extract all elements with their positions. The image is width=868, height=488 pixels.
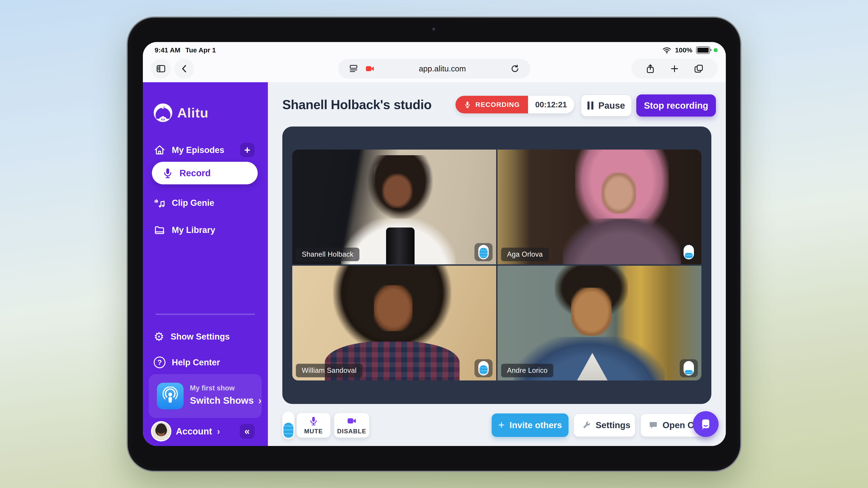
reload-icon[interactable] bbox=[510, 64, 520, 74]
pause-button[interactable]: Pause bbox=[581, 94, 632, 117]
main-content: Shanell Holback's studio RECORDING 00:12… bbox=[268, 82, 726, 446]
recording-camera-icon bbox=[365, 64, 375, 74]
chevron-right-icon: › bbox=[217, 426, 220, 436]
participant-name: Aga Orlova bbox=[501, 248, 549, 261]
microphone-icon bbox=[308, 416, 319, 426]
alitu-logo: Alitu bbox=[154, 103, 209, 122]
status-bar: 9:41 AM Tue Apr 1 100% bbox=[143, 42, 726, 55]
sidebar-item-label: Show Settings bbox=[170, 332, 230, 341]
browser-toolbar: app.alitu.com bbox=[143, 55, 726, 82]
clip-genie-icon bbox=[154, 197, 165, 209]
back-icon bbox=[179, 63, 190, 74]
participant-name: Shanell Holback bbox=[296, 248, 360, 261]
microphone-icon bbox=[464, 101, 471, 108]
share-icon[interactable] bbox=[645, 64, 655, 74]
sidebar-item-clip-genie[interactable]: Clip Genie bbox=[154, 192, 214, 214]
switch-shows-label: Switch Shows bbox=[190, 395, 254, 406]
sidebar-item-label: Clip Genie bbox=[172, 198, 214, 208]
back-button[interactable] bbox=[175, 59, 194, 78]
screen: 9:41 AM Tue Apr 1 100% bbox=[143, 42, 726, 446]
mute-button[interactable]: MUTE bbox=[296, 413, 331, 438]
participant-video: Shanell Holback bbox=[292, 150, 496, 264]
chat-bubble-icon bbox=[649, 420, 658, 430]
help-icon: ? bbox=[154, 357, 165, 368]
sidebar-item-my-library[interactable]: My Library bbox=[154, 219, 215, 241]
url-bar[interactable]: app.alitu.com bbox=[338, 59, 530, 78]
chevron-right-icon: › bbox=[258, 395, 261, 406]
add-episode-button[interactable]: + bbox=[240, 143, 254, 157]
front-camera bbox=[432, 28, 436, 31]
url-text: app.alitu.com bbox=[375, 64, 510, 73]
sidebar-item-label: My Episodes bbox=[172, 145, 224, 155]
toolbar-right-cluster bbox=[631, 59, 718, 78]
audio-level-indicator bbox=[680, 243, 698, 261]
plus-icon: + bbox=[498, 419, 504, 431]
sidebar-item-show-settings[interactable]: ⚙ Show Settings bbox=[154, 326, 230, 348]
camera-active-indicator bbox=[714, 48, 718, 52]
pause-icon bbox=[587, 101, 593, 109]
sidebar-item-help-center[interactable]: ? Help Center bbox=[154, 352, 220, 373]
stop-recording-button[interactable]: Stop recording bbox=[636, 94, 716, 117]
recording-status-badge: RECORDING 00:12:21 bbox=[456, 96, 574, 113]
audio-level-indicator bbox=[680, 359, 698, 377]
video-grid: Shanell Holback Aga Orlova William Sando… bbox=[292, 150, 702, 381]
participant-video: Andre Lorico bbox=[498, 266, 702, 381]
alitu-app: Alitu My Episodes + Record bbox=[143, 82, 726, 446]
new-tab-icon[interactable] bbox=[669, 64, 680, 74]
audio-level-indicator bbox=[474, 243, 493, 261]
ipad-device-frame: 9:41 AM Tue Apr 1 100% bbox=[128, 18, 740, 471]
invite-others-button[interactable]: + Invite others bbox=[492, 414, 568, 437]
gear-icon: ⚙ bbox=[154, 331, 164, 343]
sidebar-toggle-button[interactable] bbox=[151, 59, 171, 78]
page-format-icon bbox=[348, 64, 359, 74]
settings-button[interactable]: Settings bbox=[574, 414, 636, 437]
status-time: 9:41 AM bbox=[155, 46, 180, 54]
sidebar-item-record-active[interactable]: Record bbox=[152, 162, 258, 184]
sidebar: Alitu My Episodes + Record bbox=[143, 82, 268, 446]
alitu-wordmark: Alitu bbox=[177, 105, 209, 121]
wrench-icon bbox=[582, 420, 591, 430]
recording-timer: 00:12:21 bbox=[528, 96, 574, 113]
disable-camera-button[interactable]: DISABLE bbox=[334, 413, 370, 438]
participant-name: William Sandoval bbox=[296, 364, 363, 377]
sidebar-divider bbox=[156, 314, 255, 315]
sidebar-item-my-episodes[interactable]: My Episodes bbox=[154, 139, 224, 161]
microphone-icon bbox=[162, 167, 174, 179]
audio-level-indicator bbox=[474, 359, 493, 377]
sidebar-item-label: Record bbox=[180, 168, 211, 178]
current-show-name: My first show bbox=[190, 384, 235, 392]
battery-icon bbox=[696, 46, 710, 54]
recording-label: RECORDING bbox=[475, 101, 520, 108]
intercom-chat-button[interactable] bbox=[693, 411, 719, 437]
show-switcher-card[interactable]: My first show Switch Shows › bbox=[149, 374, 262, 418]
alitu-robot-icon bbox=[154, 103, 172, 122]
video-panel: Shanell Holback Aga Orlova William Sando… bbox=[282, 127, 711, 404]
page-title: Shanell Holback's studio bbox=[282, 97, 432, 112]
sidebar-collapse-button[interactable]: « bbox=[240, 424, 254, 439]
sidebar-item-label: Help Center bbox=[172, 358, 220, 367]
sidebar-item-label: My Library bbox=[172, 225, 215, 235]
podcast-app-icon bbox=[157, 383, 184, 410]
battery-percent: 100% bbox=[675, 46, 692, 54]
mic-level-meter bbox=[282, 412, 294, 439]
intercom-icon bbox=[699, 418, 712, 431]
account-button[interactable]: Account › bbox=[152, 422, 220, 440]
home-icon bbox=[154, 144, 165, 156]
status-date: Tue Apr 1 bbox=[185, 46, 216, 54]
avatar bbox=[152, 422, 170, 440]
participant-video: William Sandoval bbox=[292, 266, 496, 381]
library-icon bbox=[154, 224, 165, 236]
tabs-icon[interactable] bbox=[693, 64, 704, 74]
sidebar-toggle-icon bbox=[156, 63, 166, 74]
account-label: Account bbox=[176, 426, 212, 436]
participant-name: Andre Lorico bbox=[501, 364, 553, 377]
video-camera-icon bbox=[346, 416, 357, 426]
wifi-icon bbox=[662, 46, 671, 54]
participant-video: Aga Orlova bbox=[498, 150, 702, 264]
